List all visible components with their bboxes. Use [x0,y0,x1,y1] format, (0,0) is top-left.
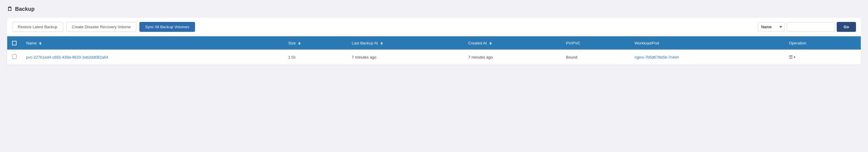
backup-table-container: Name Size Last Backup At [7,36,861,65]
backup-table: Name Size Last Backup At [7,36,861,65]
table-body: pvc-227b1ed4-c692-439a-9633-3ab2dd082a64… [7,49,861,65]
column-header-pv-pvc: PV/PVC [561,36,630,49]
sort-icon-last-backup-at [380,42,383,45]
go-button[interactable]: Go [837,22,856,32]
row-created-at: 7 minutes ago [464,49,561,65]
sync-all-backup-volumes-button[interactable]: Sync All Backup Volumes [140,22,195,32]
column-header-name[interactable]: Name [21,36,283,49]
sort-icon-name [39,42,41,45]
row-workload-pod: nginx-7b5d676b5b-7n4sh [630,49,784,65]
select-all-header[interactable] [7,36,21,49]
column-header-last-backup-at[interactable]: Last Backup At [347,36,464,49]
backup-icon: 🗒 [7,6,13,12]
table-row: pvc-227b1ed4-c692-439a-9633-3ab2dd082a64… [7,49,861,65]
column-header-created-at[interactable]: Created At [464,36,561,49]
toolbar: Restore Latest Backup Create Disaster Re… [7,18,861,36]
row-checkbox[interactable] [12,54,17,59]
operation-dropdown[interactable]: ☰ ▾ [789,54,856,60]
sort-icon-created-at [489,42,492,45]
row-last-backup-at: 7 minutes ago [347,49,464,65]
sort-icon-size [298,42,301,45]
row-workload-link[interactable]: nginx-7b5d676b5b-7n4sh [634,55,679,60]
operation-list-icon: ☰ [789,54,793,60]
restore-latest-backup-button[interactable]: Restore Latest Backup [12,22,63,32]
filter-select[interactable]: Name [758,22,785,32]
select-all-checkbox[interactable] [12,41,17,45]
create-disaster-recovery-button[interactable]: Create Disaster Recovery Volume [66,22,137,32]
row-operation[interactable]: ☰ ▾ [784,49,861,65]
row-pv-pvc: Bound [561,49,630,65]
row-name: pvc-227b1ed4-c692-439a-9633-3ab2dd082a64 [21,49,283,65]
chevron-down-icon: ▾ [794,55,796,59]
search-input[interactable] [787,22,835,32]
row-name-link[interactable]: pvc-227b1ed4-c692-439a-9633-3ab2dd082a64 [26,55,108,60]
column-header-size[interactable]: Size [283,36,347,49]
column-header-workload-pod: Workload/Pod [630,36,784,49]
row-checkbox-cell[interactable] [7,49,21,65]
column-header-operation: Operation [784,36,861,49]
row-size: 1 Gi [283,49,347,65]
page-title: 🗒 Backup [7,6,861,12]
table-header-row: Name Size Last Backup At [7,36,861,49]
search-area: Name Go [758,22,856,32]
